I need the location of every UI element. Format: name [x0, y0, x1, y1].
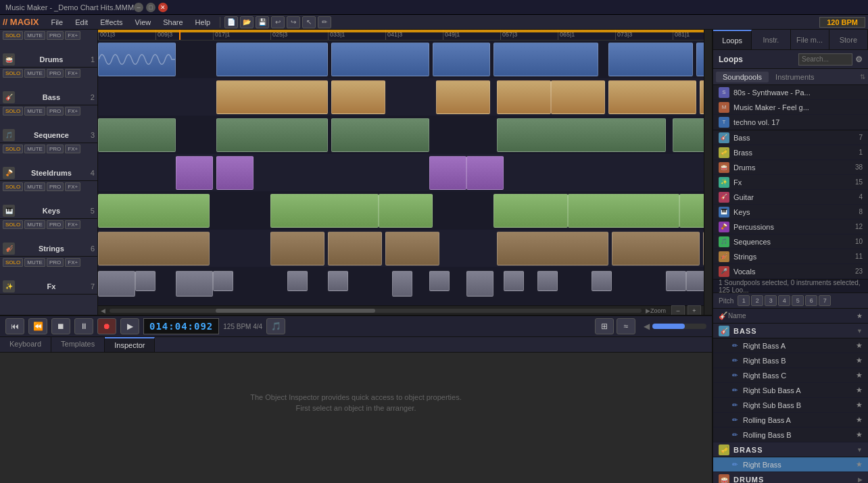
clip-fx-1[interactable]	[98, 271, 135, 297]
star-rsba[interactable]: ★	[856, 386, 863, 395]
clip-bass-5[interactable]	[551, 80, 605, 114]
clip-fx-12[interactable]	[592, 271, 612, 291]
clip-seq-2[interactable]	[216, 118, 328, 152]
category-percussions[interactable]: 🪘 Percussions 12	[713, 220, 868, 234]
mute-btn-keys[interactable]: MUTE	[24, 182, 45, 191]
clip-bass-2[interactable]	[331, 80, 385, 114]
solo-btn-strings[interactable]: SOLO	[3, 220, 23, 229]
category-sequences[interactable]: 🎵 Sequences 10	[713, 234, 868, 249]
track-lane-steeldrums[interactable]	[98, 154, 704, 192]
clip-keys-2[interactable]	[270, 194, 379, 228]
right-tab-filem[interactable]: File m...	[791, 30, 829, 49]
pitch-btn-7[interactable]: 7	[819, 295, 831, 306]
clip-fx-6[interactable]	[328, 271, 348, 291]
solo-btn-sequence[interactable]: SOLO	[3, 107, 23, 116]
clip-str-2[interactable]	[270, 232, 324, 265]
goto-start-button[interactable]: ⏮	[5, 318, 24, 334]
clip-keys-3[interactable]	[379, 194, 433, 228]
menu-edit[interactable]: Edit	[70, 17, 93, 28]
zoom-in-button[interactable]: +	[688, 305, 701, 315]
fx-btn-keys[interactable]: FX+	[65, 182, 80, 191]
sp-tab-soundpools[interactable]: Soundpools	[716, 72, 769, 82]
right-tab-store[interactable]: Store	[829, 30, 868, 49]
clip-drums-4[interactable]	[433, 43, 490, 76]
star-rolla[interactable]: ★	[856, 415, 863, 424]
clip-fx-8[interactable]	[429, 271, 450, 291]
pause-button[interactable]: ⏸	[74, 318, 93, 334]
inst-item-rolling-bass-b[interactable]: ✏ Rolling Bass B ★	[713, 428, 868, 442]
draw-icon[interactable]: ✏	[318, 16, 331, 28]
menu-effects[interactable]: Effects	[95, 17, 128, 28]
clip-fx-7[interactable]	[392, 271, 412, 297]
sp-item-techno[interactable]: T techno vol. 17	[713, 115, 868, 130]
clip-drums-6[interactable]	[608, 43, 693, 76]
inst-item-right-bass-c[interactable]: ✏ Right Bass C ★	[713, 368, 868, 383]
menu-share[interactable]: Share	[158, 17, 188, 28]
category-drums[interactable]: 🥁 Drums 38	[713, 160, 868, 175]
play-button[interactable]: ▶	[120, 318, 139, 334]
fx-btn-sequence[interactable]: FX+	[65, 107, 80, 116]
clip-drums-2[interactable]	[216, 43, 328, 76]
category-brass[interactable]: 🎺 Brass 1	[713, 145, 868, 160]
clip-steel-2[interactable]	[216, 156, 254, 190]
clip-str-1[interactable]	[98, 232, 210, 265]
new-icon[interactable]: 📄	[224, 16, 238, 28]
menu-file[interactable]: File	[45, 17, 68, 28]
category-fx[interactable]: ✨ Fx 15	[713, 175, 868, 190]
star-rbc[interactable]: ★	[856, 371, 863, 380]
star-rsbb[interactable]: ★	[856, 401, 863, 409]
track-lane-strings[interactable]	[98, 230, 704, 268]
clip-bass-1[interactable]	[216, 80, 328, 114]
metronome-button[interactable]: 🎵	[266, 318, 285, 334]
clip-keys-6[interactable]	[679, 194, 704, 228]
maximize-button[interactable]: □	[146, 3, 155, 12]
clip-fx-13[interactable]	[666, 271, 686, 291]
clip-keys-4[interactable]	[493, 194, 568, 228]
right-tab-instr[interactable]: Instr.	[752, 30, 790, 49]
track-lane-keys[interactable]	[98, 192, 704, 230]
save-icon[interactable]: 💾	[256, 16, 269, 28]
pro-btn-steeldrums[interactable]: PRO	[47, 145, 64, 153]
clip-fx-2[interactable]	[135, 271, 155, 291]
fx-btn-drums[interactable]: FX+	[65, 31, 80, 40]
solo-btn-drums[interactable]: SOLO	[3, 31, 23, 40]
loops-settings-icon[interactable]: ⚙	[855, 55, 863, 64]
clip-fx-3[interactable]	[176, 271, 213, 297]
clip-bass-3[interactable]	[436, 80, 490, 114]
mute-btn-fx[interactable]: MUTE	[24, 258, 45, 267]
clip-bass-6[interactable]	[608, 80, 696, 114]
horizontal-scrollbar[interactable]: ◀ ▶ Zoom – +	[98, 305, 704, 315]
pro-btn-sequence[interactable]: PRO	[47, 107, 64, 116]
inst-item-right-bass-b[interactable]: ✏ Right Bass B ★	[713, 353, 868, 368]
track-lane-drums[interactable]	[98, 41, 704, 78]
menu-help[interactable]: Help	[190, 17, 216, 28]
clip-steel-3[interactable]	[429, 156, 466, 190]
open-icon[interactable]: 📂	[240, 16, 254, 28]
pitch-btn-6[interactable]: 6	[805, 295, 817, 306]
cursor-icon[interactable]: ↖	[302, 16, 316, 28]
pro-btn-strings[interactable]: PRO	[47, 220, 64, 229]
mute-btn-steeldrums[interactable]: MUTE	[24, 145, 45, 153]
clip-seq-5[interactable]	[673, 118, 704, 152]
stop-button[interactable]: ⏹	[51, 318, 70, 334]
vertical-scrollbar[interactable]	[704, 30, 712, 315]
fx-btn-strings[interactable]: FX+	[65, 220, 80, 229]
solo-btn-keys[interactable]: SOLO	[3, 182, 23, 191]
pitch-btn-3[interactable]: 3	[765, 295, 777, 306]
sort-icon[interactable]: ⇅	[860, 73, 865, 80]
clip-str-3[interactable]	[328, 232, 382, 265]
clip-fx-10[interactable]	[504, 271, 524, 291]
mute-btn-drums[interactable]: MUTE	[24, 31, 45, 40]
pitch-btn-1[interactable]: 1	[738, 295, 750, 306]
category-bass[interactable]: 🎸 Bass 7	[713, 130, 868, 145]
clip-steel-4[interactable]	[466, 156, 504, 190]
tracks-container[interactable]	[98, 41, 704, 305]
undo-icon[interactable]: ↩	[271, 16, 285, 28]
star-rba[interactable]: ★	[856, 341, 863, 350]
clip-drums-1[interactable]	[98, 43, 176, 76]
inst-item-right-bass-a[interactable]: ✏ Right Bass A ★	[713, 338, 868, 353]
track-lane-sequence[interactable]	[98, 116, 704, 154]
scroll-track[interactable]	[110, 309, 642, 313]
rewind-button[interactable]: ⏪	[28, 318, 47, 334]
mute-btn-bass[interactable]: MUTE	[24, 69, 45, 78]
